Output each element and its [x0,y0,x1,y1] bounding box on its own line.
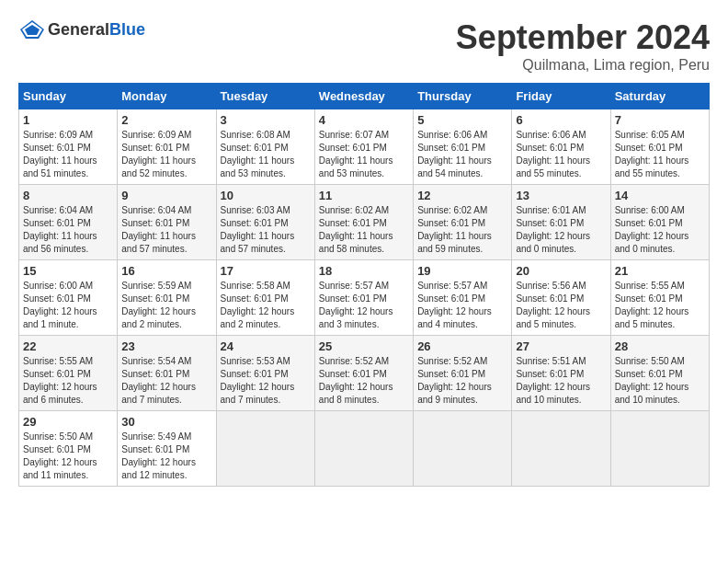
day-info: Sunrise: 5:51 AMSunset: 6:01 PMDaylight:… [516,355,606,407]
day-number: 17 [221,264,311,278]
day-number: 22 [23,339,113,353]
day-info: Sunrise: 6:08 AMSunset: 6:01 PMDaylight:… [221,129,311,180]
table-cell: 1Sunrise: 6:09 AMSunset: 6:01 PMDaylight… [19,109,118,185]
day-info: Sunrise: 6:06 AMSunset: 6:01 PMDaylight:… [516,129,606,180]
subtitle: Quilmana, Lima region, Peru [456,57,710,74]
day-info: Sunrise: 5:55 AMSunset: 6:01 PMDaylight:… [23,355,113,407]
day-number: 25 [319,339,409,353]
day-info: Sunrise: 6:05 AMSunset: 6:01 PMDaylight:… [615,129,705,180]
table-cell: 5Sunrise: 6:06 AMSunset: 6:01 PMDaylight… [414,109,512,185]
day-info: Sunrise: 6:02 AMSunset: 6:01 PMDaylight:… [319,204,409,256]
table-cell: 10Sunrise: 6:03 AMSunset: 6:01 PMDayligh… [216,185,314,260]
table-cell: 23Sunrise: 5:54 AMSunset: 6:01 PMDayligh… [118,336,216,411]
day-info: Sunrise: 5:53 AMSunset: 6:01 PMDaylight:… [221,355,311,407]
page-header: GeneralBlue September 2024 Quilmana, Lim… [18,18,710,74]
table-cell: 7Sunrise: 6:05 AMSunset: 6:01 PMDaylight… [610,109,709,185]
day-info: Sunrise: 6:09 AMSunset: 6:01 PMDaylight:… [23,129,113,180]
table-cell [216,411,314,487]
day-number: 10 [221,189,311,202]
day-number: 15 [23,264,113,278]
table-cell [314,411,413,487]
logo-text-blue: Blue [109,20,145,39]
day-number: 27 [516,339,606,353]
table-cell: 16Sunrise: 5:59 AMSunset: 6:01 PMDayligh… [118,260,216,336]
title-area: September 2024 Quilmana, Lima region, Pe… [456,18,710,74]
day-info: Sunrise: 5:52 AMSunset: 6:01 PMDaylight:… [319,355,409,407]
day-info: Sunrise: 5:50 AMSunset: 6:01 PMDaylight:… [615,355,705,407]
day-number: 24 [221,339,311,353]
table-cell: 9Sunrise: 6:04 AMSunset: 6:01 PMDaylight… [118,185,216,260]
day-info: Sunrise: 6:06 AMSunset: 6:01 PMDaylight:… [417,129,507,180]
table-cell [414,411,512,487]
calendar-row: 15Sunrise: 6:00 AMSunset: 6:01 PMDayligh… [19,260,710,336]
table-cell: 30Sunrise: 5:49 AMSunset: 6:01 PMDayligh… [118,411,216,487]
table-cell: 24Sunrise: 5:53 AMSunset: 6:01 PMDayligh… [216,336,314,411]
day-number: 13 [516,189,606,202]
day-number: 14 [615,189,705,202]
day-number: 28 [615,339,705,353]
day-number: 19 [417,264,507,278]
table-cell: 14Sunrise: 6:00 AMSunset: 6:01 PMDayligh… [610,185,709,260]
table-cell: 18Sunrise: 5:57 AMSunset: 6:01 PMDayligh… [314,260,413,336]
calendar-body: 1Sunrise: 6:09 AMSunset: 6:01 PMDaylight… [19,109,710,487]
day-number: 26 [417,339,507,353]
logo: GeneralBlue [18,18,145,40]
table-cell: 28Sunrise: 5:50 AMSunset: 6:01 PMDayligh… [610,336,709,411]
day-number: 3 [221,113,311,127]
day-info: Sunrise: 5:57 AMSunset: 6:01 PMDaylight:… [417,280,507,331]
day-info: Sunrise: 6:03 AMSunset: 6:01 PMDaylight:… [221,204,311,256]
calendar-row: 29Sunrise: 5:50 AMSunset: 6:01 PMDayligh… [19,411,710,487]
col-thursday: Thursday [414,84,512,109]
day-number: 23 [121,339,211,353]
table-cell: 17Sunrise: 5:58 AMSunset: 6:01 PMDayligh… [216,260,314,336]
table-cell [610,411,709,487]
day-info: Sunrise: 6:00 AMSunset: 6:01 PMDaylight:… [615,204,705,256]
col-monday: Monday [118,84,216,109]
day-info: Sunrise: 6:04 AMSunset: 6:01 PMDaylight:… [23,204,113,256]
table-cell: 27Sunrise: 5:51 AMSunset: 6:01 PMDayligh… [512,336,610,411]
day-info: Sunrise: 6:09 AMSunset: 6:01 PMDaylight:… [121,129,211,180]
calendar-row: 22Sunrise: 5:55 AMSunset: 6:01 PMDayligh… [19,336,710,411]
calendar-row: 1Sunrise: 6:09 AMSunset: 6:01 PMDaylight… [19,109,710,185]
day-info: Sunrise: 5:59 AMSunset: 6:01 PMDaylight:… [121,280,211,331]
day-info: Sunrise: 5:49 AMSunset: 6:01 PMDaylight:… [121,431,211,482]
day-info: Sunrise: 5:54 AMSunset: 6:01 PMDaylight:… [121,355,211,407]
table-cell: 19Sunrise: 5:57 AMSunset: 6:01 PMDayligh… [414,260,512,336]
day-info: Sunrise: 6:00 AMSunset: 6:01 PMDaylight:… [23,280,113,331]
day-info: Sunrise: 6:01 AMSunset: 6:01 PMDaylight:… [516,204,606,256]
day-number: 30 [121,415,211,429]
day-info: Sunrise: 6:07 AMSunset: 6:01 PMDaylight:… [319,129,409,180]
table-cell: 21Sunrise: 5:55 AMSunset: 6:01 PMDayligh… [610,260,709,336]
table-cell: 6Sunrise: 6:06 AMSunset: 6:01 PMDaylight… [512,109,610,185]
col-saturday: Saturday [610,84,709,109]
table-cell: 3Sunrise: 6:08 AMSunset: 6:01 PMDaylight… [216,109,314,185]
header-row: Sunday Monday Tuesday Wednesday Thursday… [19,84,710,109]
day-number: 9 [121,189,211,202]
day-number: 12 [417,189,507,202]
day-number: 21 [615,264,705,278]
col-friday: Friday [512,84,610,109]
day-number: 8 [23,189,113,202]
day-number: 16 [121,264,211,278]
day-number: 20 [516,264,606,278]
day-info: Sunrise: 5:58 AMSunset: 6:01 PMDaylight:… [221,280,311,331]
col-tuesday: Tuesday [216,84,314,109]
day-number: 29 [23,415,113,429]
main-title: September 2024 [456,18,710,57]
calendar-table: Sunday Monday Tuesday Wednesday Thursday… [18,83,710,487]
day-info: Sunrise: 6:02 AMSunset: 6:01 PMDaylight:… [417,204,507,256]
day-info: Sunrise: 5:57 AMSunset: 6:01 PMDaylight:… [319,280,409,331]
logo-icon [18,18,46,40]
day-number: 6 [516,113,606,127]
table-cell: 8Sunrise: 6:04 AMSunset: 6:01 PMDaylight… [19,185,118,260]
table-cell: 2Sunrise: 6:09 AMSunset: 6:01 PMDaylight… [118,109,216,185]
table-cell [512,411,610,487]
day-info: Sunrise: 5:55 AMSunset: 6:01 PMDaylight:… [615,280,705,331]
col-sunday: Sunday [19,84,118,109]
day-info: Sunrise: 5:56 AMSunset: 6:01 PMDaylight:… [516,280,606,331]
day-info: Sunrise: 5:50 AMSunset: 6:01 PMDaylight:… [23,431,113,482]
table-cell: 12Sunrise: 6:02 AMSunset: 6:01 PMDayligh… [414,185,512,260]
logo-text-general: General [48,20,109,39]
table-cell: 22Sunrise: 5:55 AMSunset: 6:01 PMDayligh… [19,336,118,411]
table-cell: 25Sunrise: 5:52 AMSunset: 6:01 PMDayligh… [314,336,413,411]
